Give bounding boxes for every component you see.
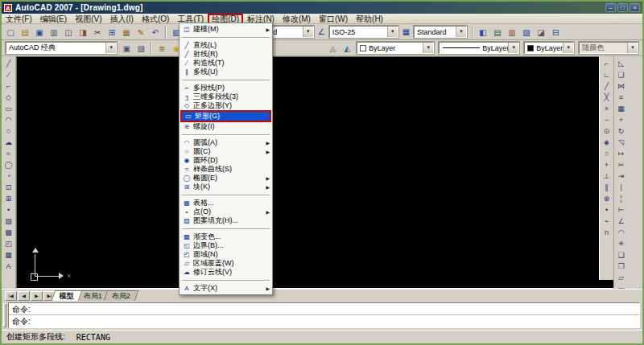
dim-style-combo[interactable]: ISO-25 ▼ — [329, 26, 398, 38]
draworder-above-icon[interactable]: ▱ — [615, 272, 627, 283]
snap-node-icon[interactable]: ⊗ — [601, 193, 613, 204]
snap-settings-icon[interactable]: n — [601, 227, 613, 238]
tab-nav-button-2[interactable]: ▶ — [31, 291, 43, 301]
draworder-back-icon[interactable]: ❒ — [615, 261, 627, 272]
minimize-button[interactable]: – — [605, 3, 616, 12]
workspace-combo[interactable]: AutoCAD 经典 ▼ — [6, 42, 117, 54]
chevron-down-icon[interactable]: ▼ — [105, 43, 116, 53]
stretch-icon[interactable]: ↦ — [615, 148, 627, 159]
menu-格式O[interactable]: 格式(O) — [138, 14, 173, 24]
menu-文件F[interactable]: 文件(F) — [2, 14, 36, 24]
properties-palette-icon[interactable]: ◧ — [477, 26, 489, 39]
paste-icon[interactable]: ▦ — [120, 26, 133, 39]
rectangle-icon[interactable]: ▭ — [2, 103, 14, 114]
draw-menu-item-revcloud[interactable]: ☁修订云线(V) — [180, 268, 271, 277]
draw-menu-item-polygon[interactable]: ◇正多边形(Y) — [180, 101, 271, 110]
draw-menu-item-block[interactable]: ⊞块(K)▶ — [180, 183, 271, 191]
snap-extension-icon[interactable]: − — [601, 114, 613, 125]
chevron-down-icon[interactable]: ▼ — [303, 27, 313, 37]
snap-nearest-icon[interactable]: • — [601, 204, 613, 216]
command-input-line[interactable]: 命令: — [9, 315, 639, 327]
tab-nav-button-1[interactable]: ◀ — [18, 291, 30, 301]
quickcalc-icon[interactable]: ⊟ — [549, 26, 562, 39]
draw-menu-item-rectangle[interactable]: ▭矩形(G) — [180, 110, 271, 122]
tool-palettes-icon[interactable]: ▥ — [506, 26, 518, 39]
chevron-down-icon[interactable]: ▼ — [563, 43, 573, 53]
offset-icon[interactable]: ≡ — [615, 92, 627, 103]
snap-quadrant-icon[interactable]: ◈ — [601, 137, 613, 148]
copy-object-icon[interactable]: ❏ — [615, 69, 627, 80]
revcloud-icon[interactable]: ☁ — [2, 137, 14, 148]
snap-midpoint-icon[interactable]: ╳ — [601, 92, 613, 103]
table-icon[interactable]: ▦ — [2, 249, 14, 261]
publish-icon[interactable]: ◨ — [76, 26, 89, 39]
menu-窗口W[interactable]: 窗口(W) — [315, 14, 352, 24]
chevron-down-icon[interactable]: ▼ — [456, 27, 466, 37]
chevron-down-icon[interactable]: ▼ — [387, 27, 398, 37]
snap-none-icon[interactable]: ⌁ — [601, 216, 613, 227]
workspace-save-icon[interactable]: ▨ — [134, 42, 147, 55]
trim-icon[interactable]: ✂ — [615, 159, 627, 170]
snap-endpoint-icon[interactable]: ╱ — [601, 80, 613, 92]
undo-icon[interactable]: ↶ — [149, 26, 162, 39]
chevron-down-icon[interactable]: ▼ — [423, 43, 433, 53]
sheetset-icon[interactable]: ▨ — [520, 26, 533, 39]
fillet-icon[interactable]: ◠ — [615, 227, 627, 238]
tab-布局2[interactable]: 布局2 — [104, 290, 138, 301]
draworder-front-icon[interactable]: ❑ — [615, 249, 627, 261]
line-icon[interactable]: ╱ — [2, 58, 14, 69]
menu-编辑E[interactable]: 编辑(E) — [36, 14, 71, 24]
plotstyle-combo[interactable]: 随颜色 ▼ — [579, 42, 638, 54]
table-style-combo[interactable]: Standard ▼ — [414, 26, 467, 38]
chevron-down-icon[interactable]: ▼ — [508, 43, 518, 53]
erase-icon[interactable]: ◺ — [615, 58, 627, 69]
snap-parallel-icon[interactable]: ∥ — [601, 182, 613, 193]
insert-block-icon[interactable]: ⊡ — [2, 182, 14, 193]
open-icon[interactable]: ▤ — [19, 26, 31, 39]
snap-tangent-icon[interactable]: ○ — [601, 148, 613, 159]
snap-intersection-icon[interactable]: × — [601, 103, 613, 114]
chevron-down-icon[interactable]: ▼ — [627, 43, 638, 53]
ellipse-icon[interactable]: ◯ — [2, 159, 14, 170]
region-icon[interactable]: ◰ — [2, 238, 14, 249]
circle-icon[interactable]: ○ — [2, 125, 14, 137]
scale-icon[interactable]: ◹ — [615, 137, 627, 148]
point-icon[interactable]: • — [2, 204, 14, 216]
join-icon[interactable]: ⊢ — [615, 204, 627, 216]
make-object-layer-current-icon[interactable]: ◬ — [326, 42, 339, 55]
snap-center-icon[interactable]: ⊙ — [601, 125, 613, 137]
menu-修改M[interactable]: 修改(M) — [279, 14, 315, 24]
polyline-icon[interactable]: ⌐ — [2, 80, 14, 92]
hatch-icon[interactable]: ▨ — [2, 216, 14, 227]
draw-menu-item-hatch[interactable]: ▨图案填充(H)... — [180, 216, 271, 225]
lineweight-combo[interactable]: ByLayer ▼ — [524, 42, 574, 54]
linetype-combo[interactable]: ByLayer ▼ — [439, 42, 519, 54]
tab-nav-button-0[interactable]: |◀ — [5, 291, 17, 301]
construction-line-icon[interactable]: ∕ — [2, 69, 14, 80]
designcenter-icon[interactable]: ▤ — [491, 26, 504, 39]
drawing-canvas[interactable]: × — [16, 56, 615, 289]
make-block-icon[interactable]: ⊞ — [2, 193, 14, 204]
draw-menu-item-text[interactable]: A文字(X)▶ — [180, 284, 271, 293]
snap-insert-icon[interactable]: + — [601, 159, 613, 170]
spline-icon[interactable]: ≈ — [2, 148, 14, 159]
gradient-icon[interactable]: ▩ — [2, 227, 14, 238]
copy-icon[interactable]: ⊞ — [105, 26, 118, 39]
rotate-icon[interactable]: ↻ — [615, 125, 627, 137]
color-combo[interactable]: ByLayer ▼ — [357, 42, 434, 54]
command-window-grip[interactable] — [3, 303, 6, 327]
polygon-icon[interactable]: ◇ — [2, 92, 14, 103]
qnew-icon[interactable]: ▢ — [4, 26, 17, 39]
layer-properties-manager-icon[interactable]: ≣ — [155, 42, 168, 55]
layer-previous-icon[interactable]: ◭ — [341, 42, 353, 55]
break-at-point-icon[interactable]: ∣ — [615, 182, 627, 193]
close-button[interactable]: × — [630, 3, 640, 12]
explode-icon[interactable]: ✳ — [615, 238, 627, 249]
save-icon[interactable]: ▣ — [33, 26, 46, 39]
track-point-icon[interactable]: ⌐ — [601, 58, 613, 69]
match-properties-icon[interactable]: ✎ — [134, 26, 147, 39]
command-text-area[interactable]: 命令: 命令: — [8, 302, 640, 328]
snap-perpendicular-icon[interactable]: ⊥ — [601, 170, 613, 182]
plot-preview-icon[interactable]: ◫ — [62, 26, 75, 39]
menu-帮助H[interactable]: 帮助(H) — [352, 14, 387, 24]
